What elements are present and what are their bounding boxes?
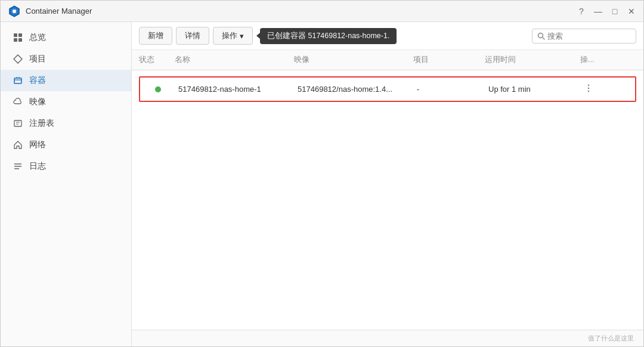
content-area: 新增 详情 操作 ▾ 已创建容器 517469812-nas-home-1. [132,22,643,346]
col-header-uptime: 运用时间 [485,54,580,66]
sidebar-item-containers[interactable]: 容器 [1,70,131,91]
cell-status [140,86,176,92]
svg-point-10 [538,33,543,38]
svg-rect-9 [14,120,21,126]
titlebar-controls: ? — □ ✕ [577,7,636,16]
titlebar-left: Container Manager [8,5,92,18]
table-container: 状态 名称 映像 项目 运用时间 操... 517469812-nas-home… [132,50,643,330]
svg-rect-8 [14,78,21,83]
watermark: 值了什么是这里 [588,334,634,343]
footer: 值了什么是这里 [132,330,643,346]
sidebar-item-projects[interactable]: 项目 [1,48,131,70]
table-header: 状态 名称 映像 项目 运用时间 操... [132,50,643,70]
actions-label: 操作 [222,30,237,41]
help-button[interactable]: ? [577,7,586,16]
col-header-status: 状态 [139,54,175,66]
sidebar-item-registry[interactable]: 注册表 [1,113,131,134]
toolbar: 新增 详情 操作 ▾ 已创建容器 517469812-nas-home-1. [132,22,643,50]
svg-point-13 [588,91,590,92]
actions-dropdown-icon: ▾ [240,32,244,41]
cell-project: - [414,85,486,94]
svg-marker-7 [14,55,22,63]
sidebar-label-images: 映像 [29,97,46,107]
add-button[interactable]: 新增 [139,27,172,45]
col-header-name: 名称 [175,54,294,66]
maximize-button[interactable]: □ [610,7,620,16]
svg-rect-6 [18,38,22,42]
svg-rect-2 [13,10,16,13]
titlebar: Container Manager ? — □ ✕ [1,1,643,22]
cell-name: 517469812-nas-home-1 [176,85,295,94]
sidebar-item-overview[interactable]: 总览 [1,27,131,48]
registry-icon [13,118,23,129]
cloud-icon [13,97,23,107]
cell-more[interactable] [581,83,605,95]
cell-image: 517469812/nas-home:1.4... [295,85,414,94]
sidebar: 总览 项目 容器 [1,22,132,346]
detail-button[interactable]: 详情 [176,27,209,45]
actions-button[interactable]: 操作 ▾ [213,27,253,45]
sidebar-item-network[interactable]: 网络 [1,134,131,156]
sidebar-label-network: 网络 [29,140,46,150]
col-header-image: 映像 [294,54,413,66]
svg-rect-5 [14,38,17,42]
svg-point-12 [588,88,590,89]
sidebar-label-registry: 注册表 [29,118,54,129]
box-icon [13,75,23,86]
app-icon [8,5,21,18]
close-button[interactable]: ✕ [627,7,636,16]
sidebar-label-containers: 容器 [29,75,46,86]
search-input[interactable] [547,32,631,41]
svg-rect-4 [18,33,22,37]
app-window: Container Manager ? — □ ✕ 总览 [0,0,644,347]
col-header-project: 项目 [413,54,485,66]
sidebar-label-logs: 日志 [29,161,46,172]
diamond-icon [13,54,23,64]
home-icon [13,140,23,150]
svg-point-11 [588,85,590,86]
app-title: Container Manager [26,7,92,16]
sidebar-item-images[interactable]: 映像 [1,91,131,113]
table-row[interactable]: 517469812-nas-home-1 517469812/nas-home:… [139,76,636,102]
lines-icon [13,161,23,172]
cell-uptime: Up for 1 min [486,85,581,94]
sidebar-label-overview: 总览 [29,32,46,43]
sidebar-item-logs[interactable]: 日志 [1,156,131,177]
search-box[interactable] [532,29,636,44]
sidebar-label-projects: 项目 [29,54,46,64]
svg-rect-3 [14,33,17,37]
notification-tag: 已创建容器 517469812-nas-home-1. [260,28,397,44]
table-body: 517469812-nas-home-1 517469812/nas-home:… [132,70,643,108]
search-icon [537,32,545,40]
status-dot-running [155,86,161,92]
minimize-button[interactable]: — [593,7,603,16]
main-area: 总览 项目 容器 [1,22,643,346]
col-header-more: 操... [580,54,604,66]
grid-icon [13,32,23,43]
